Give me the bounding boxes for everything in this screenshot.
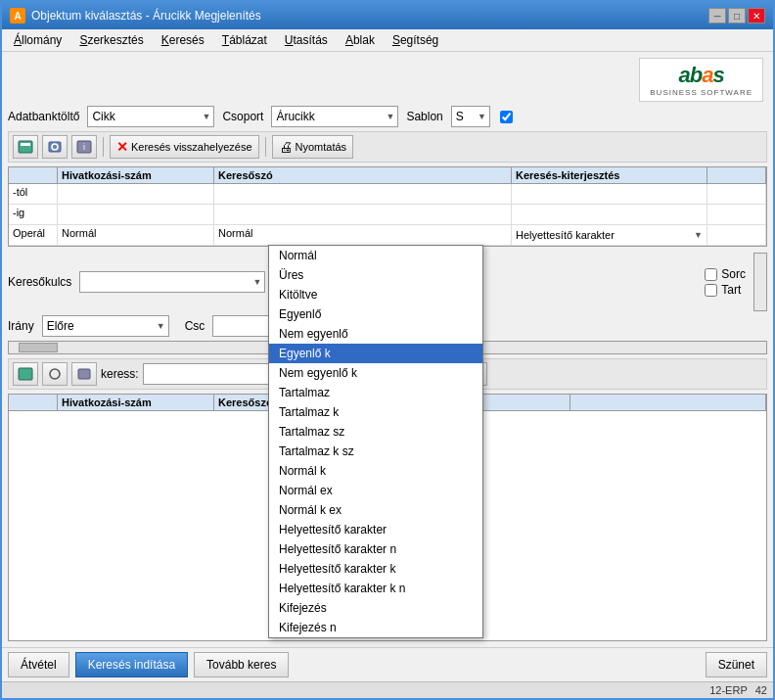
right-scrollbar[interactable] [753,253,767,311]
csc-label: Csc [185,319,205,333]
dropdown-item-kifejezes-n[interactable]: Kifejezés n [269,618,482,637]
dropdown-item-nem-egyenlo[interactable]: Nem egyenlő [269,324,482,344]
menu-kereses[interactable]: Keresés [154,31,212,49]
szunet-button[interactable]: Szünet [706,652,767,677]
grid-header-col4 [707,167,766,183]
dropdown-item-ures[interactable]: Üres [269,265,482,285]
print-button[interactable]: 🖨 Nyomtatás [272,135,354,159]
menu-tablazat[interactable]: Táblázat [214,31,275,49]
sablon-checkbox[interactable] [500,111,513,123]
dropdown-overlay[interactable]: Normál Üres Kitöltve Egyenlő Nem egyenlő… [268,245,483,638]
adatbanktolto-select[interactable]: Cikk [87,106,214,127]
dropdown-item-egyenlo-k[interactable]: Egyenlő k [269,344,482,363]
sablon-label: Sablon [406,110,442,123]
sorc-checkbox[interactable] [705,268,717,281]
logo-sub: BUSINESS SOFTWARE [650,88,752,97]
dropdown-item-normal-k[interactable]: Normál k [269,461,482,481]
status-text: 12-ERP [709,684,748,696]
grid-header-col0 [9,167,58,183]
svg-rect-6 [19,368,32,380]
atvetel-button[interactable]: Átvétel [8,652,69,677]
tart-label: Tart [721,283,741,297]
cell-operal-dropdown[interactable]: Helyettesítő karakter ▼ [512,225,707,245]
toolbar: i ✕ Keresés visszahelyezése 🖨 Nyomtatás [8,131,767,163]
scrollbar-thumb[interactable] [19,343,58,352]
keresokulcs-select[interactable] [79,271,265,293]
dropdown-item-helyettesito-k[interactable]: Helyettesítő karakter k [269,559,482,579]
csoport-combo[interactable]: Árucikk ▼ [271,106,398,127]
menu-szerkesztes[interactable]: Szerkesztés [71,31,151,49]
dropdown-item-tartalmaz[interactable]: Tartalmaz [269,383,482,402]
svg-rect-1 [21,143,30,146]
toolbar-btn-1[interactable] [13,135,38,159]
status-bar: 12-ERP 42 [2,681,773,698]
form-row: Adatbanktöltő Cikk ▼ Csoport Árucikk ▼ S… [8,106,767,127]
tart-row: Tart [705,283,746,297]
menu-utasitas[interactable]: Utasítás [277,31,336,49]
cell-ig-extra [707,205,766,224]
irany-combo[interactable]: Előre ▼ [42,315,169,337]
right-checks: Sorc Tart [705,267,746,297]
keresokulcs-combo[interactable]: ▼ [79,271,265,293]
dropdown-item-normal-k-ex[interactable]: Normál k ex [269,500,482,520]
irany-select[interactable]: Előre [42,315,169,337]
keresokulcs-label: Keresőkulcs [8,275,71,289]
grid-row-ig: -ig [9,205,766,225]
adatbanktolto-label: Adatbanktöltő [8,110,79,123]
dropdown-item-kifejezes[interactable]: Kifejezés [269,598,482,618]
search-bar-btn2[interactable] [42,362,68,386]
menu-segitseg[interactable]: Segítség [385,31,446,49]
close-button[interactable]: ✕ [748,8,765,23]
maximize-button[interactable]: □ [728,8,746,23]
tovabb-keres-button[interactable]: Tovább keres [194,652,289,677]
logo-row: abas BUSINESS SOFTWARE [8,58,767,102]
dropdown-item-helyettesito-kn[interactable]: Helyettesítő karakter k n [269,579,482,598]
main-window: A Objektum kiválasztás - Árucikk Megjele… [0,0,775,700]
bottom-bar: Átvétel Keresés indítása Tovább keres Sz… [2,647,773,681]
cell-tol-hiv[interactable] [58,184,214,204]
logo-box: abas BUSINESS SOFTWARE [639,58,763,102]
window-icon: A [10,8,25,23]
window-title: Objektum kiválasztás - Árucikk Megjelení… [31,9,261,23]
cell-tol-kit[interactable] [512,184,707,204]
grid-row-tol: -tól [9,184,766,205]
cell-tol-ker[interactable] [214,184,512,204]
dropdown-item-tartalmaz-sz[interactable]: Tartalmaz sz [269,422,482,442]
sorc-row: Sorc [705,267,746,281]
toolbar-separator-2 [265,137,266,157]
svg-rect-0 [19,141,32,153]
cell-ig-hiv[interactable] [58,205,214,224]
sablon-select[interactable]: S [451,106,490,127]
toolbar-btn-3[interactable]: i [71,135,97,159]
cell-ig-ker[interactable] [214,205,512,224]
dropdown-item-normal[interactable]: Normál [269,246,482,265]
cancel-search-button[interactable]: ✕ Keresés visszahelyezése [110,135,259,159]
adatbanktolto-combo[interactable]: Cikk ▼ [87,106,214,127]
keress-label: keress: [101,367,139,381]
sablon-combo[interactable]: S ▼ [451,106,490,127]
dropdown-item-helyettesito-n[interactable]: Helyettesítő karakter n [269,539,482,559]
dropdown-item-tartalmaz-k-sz[interactable]: Tartalmaz k sz [269,442,482,461]
search-bar-btn3[interactable] [71,362,97,386]
dropdown-item-nem-egyenlo-k[interactable]: Nem egyenlő k [269,363,482,383]
search-bar-btn1[interactable] [13,362,38,386]
csoport-select[interactable]: Árucikk [271,106,398,127]
dropdown-item-tartalmaz-k[interactable]: Tartalmaz k [269,402,482,422]
csoport-label: Csoport [222,110,263,123]
dropdown-item-helyettesito[interactable]: Helyettesítő karakter [269,520,482,539]
menu-ablak[interactable]: Ablak [338,31,383,49]
tart-checkbox[interactable] [705,284,717,297]
minimize-button[interactable]: ─ [708,8,726,23]
cell-ig-label: -ig [9,205,58,224]
dropdown-item-egyenlo[interactable]: Egyenlő [269,304,482,324]
cell-operal-normal2: Normál [214,225,512,245]
result-col3 [570,395,766,410]
cell-ig-kit[interactable] [512,205,707,224]
result-col1: Hivatkozási-szám [58,395,214,410]
kereses-inditas-button[interactable]: Keresés indítása [75,652,188,677]
dropdown-item-normal-ex[interactable]: Normál ex [269,481,482,500]
menu-allomany[interactable]: Állomány [6,31,69,49]
toolbar-btn-2[interactable] [42,135,68,159]
dropdown-item-kitoltve[interactable]: Kitöltve [269,285,482,304]
logo-text: abas [679,63,724,88]
